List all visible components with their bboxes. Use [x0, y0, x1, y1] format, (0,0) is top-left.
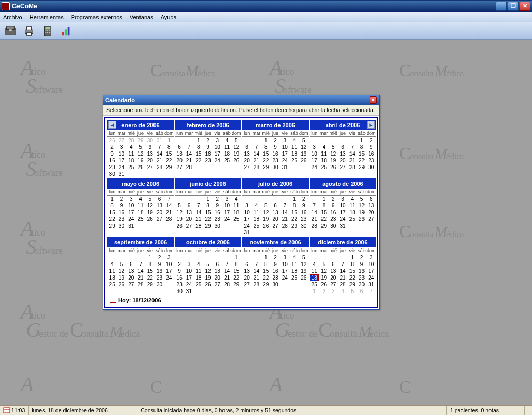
- calendar-day[interactable]: 28: [280, 223, 289, 229]
- calendar-day[interactable]: 16: [271, 268, 280, 274]
- calendar-day[interactable]: 1: [232, 254, 241, 261]
- calendar-day[interactable]: 16: [271, 150, 280, 157]
- calendar-day[interactable]: 8: [164, 144, 174, 150]
- calendar-day[interactable]: 22: [261, 274, 271, 281]
- calendar-day[interactable]: 25: [222, 157, 231, 164]
- minimize-button[interactable]: _: [496, 2, 507, 11]
- calendar-day[interactable]: 6: [242, 144, 251, 150]
- calendar-day[interactable]: 21: [164, 209, 174, 216]
- calendar-day[interactable]: 8: [261, 144, 271, 150]
- calendar-day[interactable]: 12: [329, 150, 338, 157]
- calendar-day[interactable]: 28: [222, 281, 231, 288]
- calendar-day[interactable]: 16: [213, 209, 222, 216]
- calendar-day[interactable]: 16: [107, 157, 117, 164]
- calendar-day[interactable]: 3: [280, 254, 289, 261]
- calendar-day[interactable]: 6: [242, 261, 251, 268]
- calendar-day[interactable]: 6: [338, 144, 347, 150]
- calendar-day[interactable]: 8: [261, 261, 271, 268]
- calendar-day[interactable]: 13: [338, 150, 347, 157]
- calendar-day[interactable]: 15: [261, 268, 271, 274]
- calendar-day[interactable]: 13: [145, 150, 155, 157]
- calendar-day[interactable]: 18: [194, 274, 203, 281]
- calendar-day[interactable]: 4: [127, 144, 136, 150]
- calendar-day[interactable]: 8: [107, 202, 117, 209]
- calendar-day[interactable]: 23: [271, 274, 280, 281]
- calendar-day[interactable]: 27: [145, 164, 155, 171]
- month-header[interactable]: noviembre de 2006: [242, 237, 309, 247]
- calendar-day[interactable]: 28: [136, 281, 145, 288]
- calendar-day[interactable]: 7: [194, 202, 203, 209]
- calendar-day[interactable]: 5: [145, 196, 155, 202]
- calendar-day[interactable]: 6: [357, 288, 366, 295]
- calendar-day[interactable]: 8: [203, 202, 213, 209]
- calendar-day[interactable]: 20: [271, 216, 280, 223]
- calendar-day[interactable]: 23: [329, 216, 338, 223]
- calendar-day[interactable]: 28: [251, 164, 261, 171]
- calendar-day[interactable]: 9: [299, 202, 309, 209]
- calendar-day[interactable]: 7: [310, 202, 319, 209]
- calendar-day[interactable]: 11: [127, 150, 136, 157]
- calendar-day[interactable]: 20: [175, 157, 184, 164]
- calendar-day[interactable]: 27: [329, 281, 338, 288]
- calendar-day[interactable]: 25: [136, 216, 145, 223]
- calendar-day[interactable]: 16: [155, 268, 164, 274]
- calendar-day[interactable]: 13: [242, 150, 251, 157]
- calendar-day[interactable]: 15: [203, 209, 213, 216]
- calendar-day[interactable]: 29: [107, 223, 117, 229]
- calendar-day[interactable]: 12: [203, 268, 213, 274]
- calendar-day[interactable]: 6: [175, 144, 184, 150]
- calendar-day[interactable]: 21: [338, 274, 347, 281]
- menu-programas-externos[interactable]: Programas externos: [71, 14, 122, 20]
- calendar-day[interactable]: 27: [338, 164, 347, 171]
- calendar-day[interactable]: 26: [136, 164, 145, 171]
- calendar-day[interactable]: 24: [222, 216, 231, 223]
- calendar-day[interactable]: 5: [299, 254, 309, 261]
- calendar-day[interactable]: 11: [232, 202, 241, 209]
- calendar-day[interactable]: 22: [194, 157, 203, 164]
- calendar-day[interactable]: 6: [127, 261, 136, 268]
- toolbar-filebox-icon[interactable]: [3, 24, 18, 38]
- calendar-day[interactable]: 8: [289, 202, 299, 209]
- calendar-day[interactable]: 10: [222, 202, 231, 209]
- calendar-day[interactable]: 14: [155, 150, 164, 157]
- calendar-day[interactable]: 12: [319, 268, 328, 274]
- calendar-day[interactable]: 24: [242, 223, 251, 229]
- calendar-day[interactable]: 22: [203, 216, 213, 223]
- calendar-day[interactable]: 28: [310, 223, 319, 229]
- calendar-day[interactable]: 19: [232, 150, 241, 157]
- calendar-day[interactable]: 21: [194, 216, 203, 223]
- calendar-day[interactable]: 27: [271, 223, 280, 229]
- calendar-day[interactable]: 31: [242, 229, 251, 236]
- calendar-day[interactable]: 29: [289, 223, 299, 229]
- calendar-day[interactable]: 27: [242, 281, 251, 288]
- calendar-day[interactable]: 26: [203, 281, 213, 288]
- calendar-day[interactable]: 14: [251, 150, 261, 157]
- calendar-day[interactable]: 26: [357, 216, 366, 223]
- calendar-day[interactable]: 20: [213, 274, 222, 281]
- calendar-day[interactable]: 28: [194, 223, 203, 229]
- calendar-day[interactable]: 1: [145, 254, 155, 261]
- calendar-day[interactable]: 18: [319, 157, 328, 164]
- calendar-day[interactable]: 2: [367, 137, 376, 144]
- calendar-day[interactable]: 29: [319, 223, 328, 229]
- calendar-day[interactable]: 9: [357, 261, 366, 268]
- calendar-day[interactable]: 21: [280, 216, 289, 223]
- calendar-day[interactable]: 7: [367, 288, 376, 295]
- calendar-day[interactable]: 26: [175, 223, 184, 229]
- calendar-day[interactable]: 10: [242, 209, 251, 216]
- calendar-day[interactable]: 3: [127, 196, 136, 202]
- calendar-day[interactable]: 23: [299, 216, 309, 223]
- calendar-day[interactable]: 3: [242, 202, 251, 209]
- calendar-day[interactable]: 11: [289, 144, 299, 150]
- calendar-day[interactable]: 13: [127, 268, 136, 274]
- calendar-day[interactable]: 29: [357, 164, 366, 171]
- calendar-day[interactable]: 17: [280, 150, 289, 157]
- calendar-day[interactable]: 30: [175, 288, 184, 295]
- calendar-day[interactable]: 10: [213, 144, 222, 150]
- calendar-day[interactable]: 27: [367, 216, 376, 223]
- calendar-day[interactable]: 30: [155, 281, 164, 288]
- calendar-day[interactable]: 3: [338, 196, 347, 202]
- calendar-day[interactable]: 11: [347, 202, 357, 209]
- month-header[interactable]: abril de 2006►: [310, 120, 376, 130]
- calendar-day[interactable]: 1: [203, 196, 213, 202]
